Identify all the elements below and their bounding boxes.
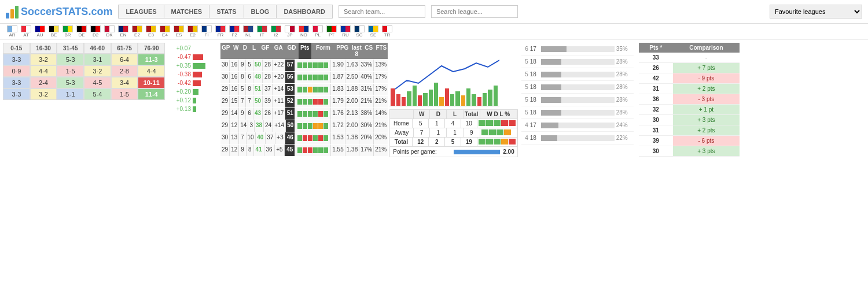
form-cell-0 bbox=[295, 60, 330, 71]
flag-nl[interactable]: NL bbox=[242, 25, 255, 38]
score-header-row: 0-1516-3031-4546-6061-7576-90 bbox=[3, 43, 165, 54]
trend-num2-7: 18 bbox=[530, 135, 539, 141]
flag-fr[interactable]: FR bbox=[214, 25, 227, 38]
ha-td-0-2: 1 bbox=[429, 119, 445, 128]
ha-td-0-1: 5 bbox=[413, 119, 429, 128]
stats-cell-0-5: 28 bbox=[263, 60, 272, 71]
trend-bar-fill-5 bbox=[541, 110, 562, 116]
stats-table: GP W D L GF GA GD Pts Form PPG last 8 CS… bbox=[220, 43, 388, 157]
comp-row-2: 42- 9 pts bbox=[639, 73, 740, 84]
stats-extra-0-2: 33% bbox=[359, 60, 373, 71]
flag-de[interactable]: DE bbox=[75, 25, 88, 38]
trend-value-0: +0.07 bbox=[168, 45, 191, 51]
flag-d2[interactable]: D2 bbox=[89, 25, 102, 38]
stats-cell-0-3: 5 bbox=[246, 60, 252, 71]
search-team-input[interactable] bbox=[339, 5, 425, 18]
flag-br[interactable]: BR bbox=[61, 25, 74, 38]
trend-bar-fill-2 bbox=[541, 72, 562, 77]
stats-cell-4-4: 43 bbox=[253, 108, 263, 120]
flag-f2[interactable]: F2 bbox=[228, 25, 241, 38]
flag-e2[interactable]: E2 bbox=[186, 25, 199, 38]
flag-e4[interactable]: E4 bbox=[159, 25, 171, 38]
stats-row-3: 2915775039+11521.792.0021%21% bbox=[220, 96, 388, 108]
score-header-76-90: 76-90 bbox=[138, 43, 165, 54]
trend-row-5: +0.20 bbox=[168, 87, 218, 96]
flag-pt[interactable]: PT bbox=[325, 25, 338, 38]
trend-bar-5 bbox=[193, 89, 198, 95]
search-league-input[interactable] bbox=[431, 5, 518, 18]
flag-at[interactable]: AT bbox=[20, 25, 32, 38]
stats-cell-5-3: 3 bbox=[248, 120, 254, 132]
stats-th-cs: CS bbox=[363, 43, 374, 59]
flag-e3[interactable]: E3 bbox=[145, 25, 157, 38]
flag-it[interactable]: IT bbox=[256, 25, 269, 38]
wdl-blocks-2 bbox=[477, 138, 517, 146]
flag-jp[interactable]: JP bbox=[284, 25, 296, 38]
flag-se[interactable]: SE bbox=[367, 25, 380, 38]
ha-header: WDLTotalW D L % bbox=[390, 110, 517, 118]
favourite-leagues-select[interactable]: Favourite leagues bbox=[770, 5, 862, 18]
comp-diff-5: + 1 pt bbox=[673, 105, 740, 114]
flag-es[interactable]: ES bbox=[172, 25, 185, 38]
stats-row-6: 30137104037+3461.531.3820%20% bbox=[220, 132, 388, 144]
flag-sc[interactable]: SC bbox=[353, 25, 366, 38]
trend-bar-bg-1 bbox=[541, 59, 615, 65]
flag-ru[interactable]: RU bbox=[339, 25, 352, 38]
trend-bar-fill-1 bbox=[541, 59, 562, 65]
trend-num1-1: 5 bbox=[521, 58, 528, 65]
stats-cell-2-0: 29 bbox=[220, 84, 229, 95]
nav-tab-matches[interactable]: MATCHES bbox=[164, 5, 210, 18]
comp-pts-2: 42 bbox=[639, 73, 673, 83]
stats-cell-7-3: 8 bbox=[247, 144, 253, 156]
ha-td-1-1: 7 bbox=[414, 128, 431, 137]
flag-fi[interactable]: FI bbox=[200, 25, 213, 38]
score-header-16-30: 16-30 bbox=[30, 43, 57, 54]
score-row-0: 3-33-25-33-16-411-3 bbox=[3, 54, 165, 65]
flag-be[interactable]: BE bbox=[47, 25, 60, 38]
stats-th-gd: GD bbox=[285, 43, 298, 59]
stats-cell-3-2: 7 bbox=[239, 96, 245, 108]
ha-row-1: Away7119 bbox=[390, 128, 517, 137]
flag-no[interactable]: NO bbox=[297, 25, 310, 38]
stats-header: GP W D L GF GA GD Pts Form PPG last 8 CS… bbox=[220, 43, 388, 59]
score-cell-1-5: 4-4 bbox=[138, 65, 165, 77]
flag-tr[interactable]: TR bbox=[381, 25, 393, 38]
flag-en[interactable]: EN bbox=[117, 25, 130, 38]
form-cell-3 bbox=[295, 96, 330, 108]
logo-text: SoccerSTATS.com bbox=[21, 6, 112, 18]
ppg-value: 2.00 bbox=[503, 149, 514, 155]
stats-th-d: D bbox=[241, 43, 249, 59]
stats-cell-5-5: 24 bbox=[264, 120, 273, 132]
stats-row-4: 2914964326+17511.762.1338%14% bbox=[220, 108, 388, 120]
score-cell-1-0: 0-9 bbox=[3, 65, 30, 77]
nav-tab-dashboard[interactable]: DASHBOARD bbox=[277, 5, 333, 18]
flag-e2[interactable]: E2 bbox=[131, 25, 144, 38]
trend-pct-5: 28% bbox=[616, 109, 634, 116]
trend-value-4: -0.42 bbox=[168, 80, 191, 86]
nav-tab-stats[interactable]: STATS bbox=[209, 5, 244, 18]
trend-bar-fill-7 bbox=[541, 135, 557, 141]
nav-tab-leagues[interactable]: LEAGUES bbox=[118, 5, 164, 18]
trend-bar-4 bbox=[193, 80, 201, 86]
stats-cell-6-6: +3 bbox=[275, 132, 285, 144]
stats-cell-5-1: 12 bbox=[230, 120, 238, 132]
comp-pts-5: 32 bbox=[639, 105, 673, 114]
bar-2 bbox=[402, 97, 406, 106]
stats-cell-7-0: 29 bbox=[220, 144, 229, 156]
stats-row-2: 2916585137+14531.831.8831%17% bbox=[220, 84, 388, 95]
trend-bar-row-5: 51828% bbox=[521, 106, 634, 119]
stats-cell-6-0: 30 bbox=[220, 132, 229, 144]
stats-cell-1-3: 6 bbox=[246, 72, 252, 83]
flag-ar[interactable]: AR bbox=[6, 25, 19, 38]
nav-tab-blog[interactable]: BLOG bbox=[244, 5, 277, 18]
trend-num2-0: 17 bbox=[530, 46, 539, 52]
flag-dk[interactable]: DK bbox=[103, 25, 116, 38]
flag-au[interactable]: AU bbox=[34, 25, 46, 38]
flag-pl[interactable]: PL bbox=[311, 25, 324, 38]
trend-bar-fill-4 bbox=[541, 97, 562, 103]
trend-bars-area: 61735%51828%51828%51828%51828%51828%4172… bbox=[520, 43, 635, 157]
stats-extra-6-3: 20% bbox=[374, 132, 388, 144]
stats-extra-0-0: 1.90 bbox=[331, 60, 344, 71]
trend-bar-row-4: 51828% bbox=[521, 94, 634, 106]
flag-i2[interactable]: I2 bbox=[270, 25, 282, 38]
